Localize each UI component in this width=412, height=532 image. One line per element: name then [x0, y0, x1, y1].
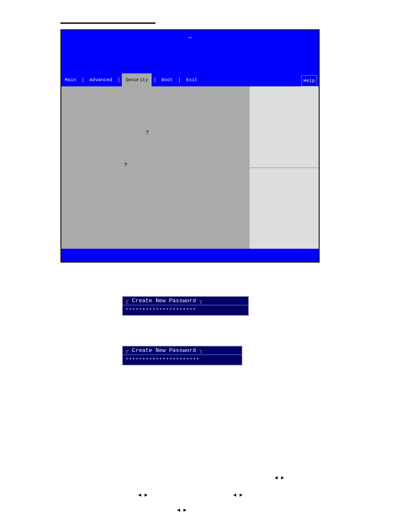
nav-arrows-1: ◄ ►	[275, 475, 284, 481]
bios-main-panel: ? ?	[61, 86, 250, 249]
nav-arrows-4: ◄ ►	[177, 507, 187, 513]
nav-arrows-2: ◄ ►	[138, 492, 148, 498]
bios-right-panels	[250, 86, 319, 249]
tab-exit[interactable]: Exit	[183, 73, 201, 86]
bios-content-area: ? ?	[61, 86, 319, 249]
tab-security[interactable]: Security	[122, 73, 152, 86]
bios-right-bottom-panel	[250, 168, 319, 249]
minimize-icon: ─	[188, 35, 192, 41]
bios-tab-bar: Main │ Advanced │ Security │ Boot │ Exit…	[61, 69, 319, 86]
nav-arrows-3: ◄ ►	[233, 492, 243, 498]
tab-separator-4: │	[176, 73, 183, 86]
question-mark-1: ?	[146, 130, 149, 136]
password-dialog-2-input[interactable]: **********************	[123, 355, 242, 365]
tab-boot[interactable]: Boot	[158, 73, 176, 86]
bios-window: ─ Main │ Advanced │ Security │ Boot │ Ex…	[60, 29, 320, 263]
top-line	[60, 22, 155, 24]
tab-separator-3: │	[152, 73, 158, 86]
tab-separator-1: │	[79, 73, 86, 86]
password-dialog-2-title: Create New Password	[123, 346, 242, 355]
password-dialog-2: Create New Password ********************…	[122, 345, 243, 366]
bios-footer	[61, 249, 319, 262]
tab-advanced[interactable]: Advanced	[86, 73, 116, 86]
bios-right-top-panel	[250, 86, 319, 168]
tab-help[interactable]: Help	[301, 75, 317, 86]
question-mark-2: ?	[124, 162, 127, 168]
password-dialog-1-input[interactable]: *********************	[123, 305, 248, 315]
tab-separator-2: │	[116, 73, 122, 86]
bios-header: ─ Main │ Advanced │ Security │ Boot │ Ex…	[61, 30, 319, 86]
password-dialog-1: Create New Password ********************…	[122, 296, 249, 316]
tab-main[interactable]: Main	[61, 73, 79, 86]
password-dialog-1-title: Create New Password	[123, 297, 248, 305]
